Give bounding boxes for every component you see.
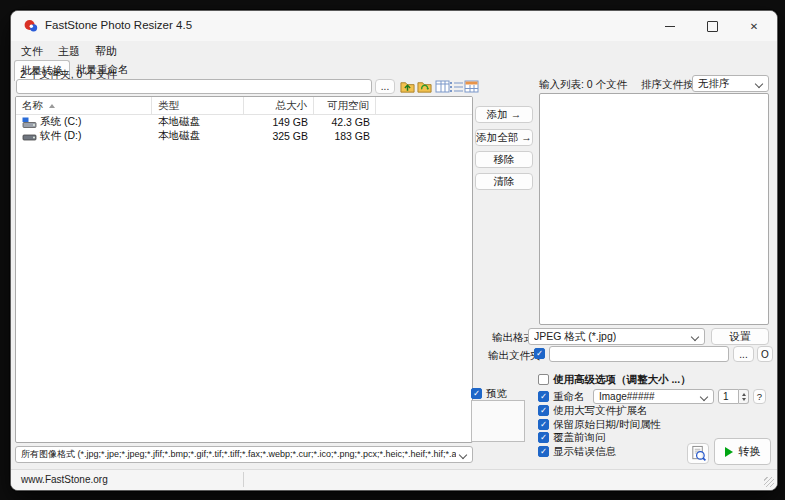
remove-button[interactable]: 移除 (475, 151, 533, 168)
rename-start-stepper[interactable]: 1 (718, 389, 749, 404)
status-divider (243, 472, 244, 487)
document-magnifier-icon (690, 445, 707, 462)
app-logo-icon (24, 19, 38, 33)
drive-c-icon (22, 117, 37, 128)
resize-grip[interactable] (764, 477, 774, 487)
preview-checkbox[interactable] (471, 388, 482, 399)
column-header-blank (376, 97, 472, 114)
list-view-icon[interactable] (449, 79, 464, 94)
input-list-box[interactable] (539, 93, 769, 325)
ask-overwrite-label: 覆盖前询问 (553, 431, 606, 445)
path-input[interactable] (16, 79, 372, 94)
column-header-free[interactable]: 可用空间 (314, 97, 376, 114)
window-title: FastStone Photo Resizer 4.5 (45, 19, 192, 31)
maximize-button[interactable] (701, 17, 723, 35)
add-button[interactable]: 添加 → (475, 106, 533, 123)
close-button[interactable] (743, 17, 765, 35)
advanced-options-row: 使用高级选项（调整大小 ...） (538, 373, 691, 386)
output-folder-input[interactable] (549, 346, 729, 362)
stepper-down-icon[interactable] (742, 398, 746, 401)
uppercase-ext-row: 使用大写文件扩展名 (538, 404, 648, 417)
show-errors-label: 显示错误信息 (553, 445, 616, 459)
settings-button[interactable]: 设置 (711, 328, 769, 345)
rename-label: 重命名 (553, 390, 585, 404)
uppercase-ext-checkbox[interactable] (538, 405, 549, 416)
drive-row-d[interactable]: 软件 (D:) 本地磁盘 325 GB 183 GB (16, 129, 472, 143)
column-header-type[interactable]: 类型 (152, 97, 244, 114)
menu-file[interactable]: 文件 (16, 42, 48, 60)
folder-up-icon[interactable] (400, 79, 415, 94)
sort-by-label: 排序文件按: (641, 78, 696, 92)
rename-checkbox[interactable] (538, 391, 549, 402)
ask-overwrite-checkbox[interactable] (538, 432, 549, 443)
rename-row: 重命名 (538, 390, 585, 403)
status-website-link[interactable]: www.FastStone.org (21, 474, 108, 485)
rename-help-button[interactable]: ? (753, 389, 766, 404)
preview-result-button[interactable] (687, 443, 709, 464)
output-folder-checkbox[interactable] (534, 348, 545, 359)
input-list-label: 输入列表: 0 个文件 (539, 78, 627, 92)
clear-button[interactable]: 清除 (475, 173, 533, 190)
show-errors-row: 显示错误信息 (538, 445, 616, 458)
chevron-down-icon (691, 333, 699, 341)
keep-date-row: 保留原始日期/时间属性 (538, 418, 661, 431)
browse-path-button[interactable]: ... (375, 79, 395, 94)
file-browser-list[interactable]: 名称 类型 总大小 可用空间 系统 (C:) 本地磁盘 149 GB 42.3 … (15, 96, 473, 443)
format-filter-select[interactable]: 所有图像格式 (*.jpg;*.jpe;*.jpeg;*.jfif;*.bmp;… (15, 446, 473, 463)
file-list-header: 名称 类型 总大小 可用空间 (16, 97, 472, 115)
advanced-options-label: 使用高级选项（调整大小 ...） (553, 373, 691, 387)
rename-pattern-select[interactable]: Image##### (593, 389, 714, 404)
keep-date-checkbox[interactable] (538, 419, 549, 430)
drive-d-icon (22, 131, 37, 142)
format-filter-value: 所有图像格式 (*.jpg;*.jpe;*.jpeg;*.jfif;*.bmp;… (21, 448, 456, 461)
output-format-select[interactable]: JPEG 格式 (*.jpg) (528, 328, 705, 345)
ask-overwrite-row: 覆盖前询问 (538, 431, 606, 444)
uppercase-ext-label: 使用大写文件扩展名 (553, 404, 648, 418)
chevron-down-icon (459, 451, 467, 459)
app-window: FastStone Photo Resizer 4.5 文件 主题 帮助 批量转… (10, 10, 778, 491)
title-bar[interactable]: FastStone Photo Resizer 4.5 (11, 11, 777, 41)
folder-refresh-icon[interactable] (417, 79, 432, 94)
menu-bar: 文件 主题 帮助 (16, 42, 122, 60)
minimize-button[interactable] (659, 17, 681, 35)
drive-row-c[interactable]: 系统 (C:) 本地磁盘 149 GB 42.3 GB (16, 115, 472, 129)
thumbnail-view-icon[interactable] (464, 79, 479, 94)
keep-date-label: 保留原始日期/时间属性 (553, 418, 661, 432)
show-errors-checkbox[interactable] (538, 446, 549, 457)
chevron-down-icon (700, 393, 708, 401)
sort-by-select[interactable]: 无排序 (692, 75, 769, 92)
column-header-size[interactable]: 总大小 (244, 97, 314, 114)
sort-ascending-icon (49, 104, 55, 108)
stepper-up-icon[interactable] (742, 393, 746, 396)
rename-start-value[interactable]: 1 (718, 389, 739, 404)
details-view-icon[interactable] (435, 79, 450, 94)
preview-row: 预览 (471, 387, 507, 400)
add-all-button[interactable]: 添加全部 → (475, 129, 533, 146)
convert-button[interactable]: 转换 (714, 438, 771, 465)
open-output-folder-button[interactable]: O (757, 346, 773, 362)
play-icon (725, 447, 733, 457)
preview-panel (471, 400, 525, 442)
browse-output-folder-button[interactable]: ... (733, 346, 754, 362)
menu-theme[interactable]: 主题 (53, 42, 85, 60)
preview-label: 预览 (486, 387, 507, 401)
stepper-arrows[interactable] (739, 389, 749, 404)
advanced-options-checkbox[interactable] (538, 374, 549, 385)
chevron-down-icon (755, 80, 763, 88)
column-header-name[interactable]: 名称 (16, 97, 152, 114)
menu-help[interactable]: 帮助 (90, 42, 122, 60)
status-bar: www.FastStone.org (11, 469, 777, 490)
